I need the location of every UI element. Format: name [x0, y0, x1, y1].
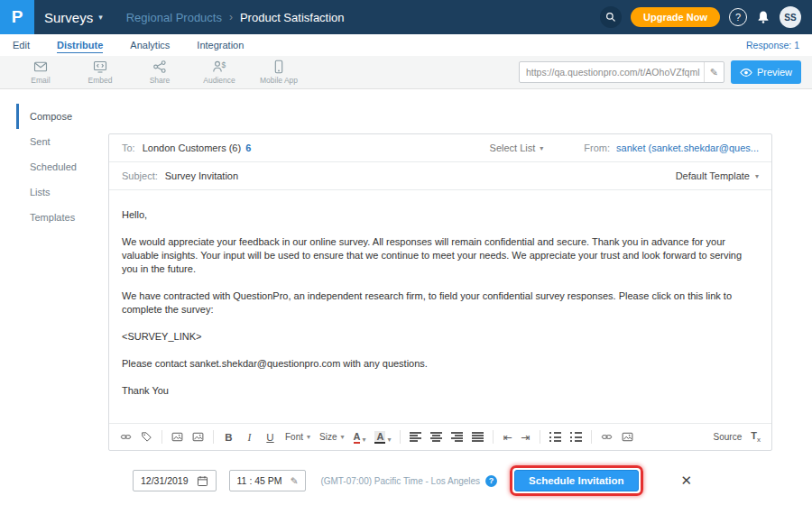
align-justify-icon[interactable]: [472, 432, 484, 442]
preview-label: Preview: [757, 67, 792, 78]
timezone-help-button[interactable]: ?: [485, 475, 497, 487]
share-icon: [152, 60, 167, 74]
hyperlink-icon[interactable]: [601, 430, 613, 445]
eye-icon: [740, 68, 752, 78]
channel-email[interactable]: Email: [11, 60, 70, 85]
size-dropdown-label: Size: [319, 432, 337, 442]
notifications-button[interactable]: [756, 10, 770, 24]
from-label: From:: [584, 142, 610, 153]
search-icon: [605, 12, 616, 23]
background-color-button[interactable]: A ▾: [374, 431, 391, 444]
close-icon[interactable]: ✕: [681, 473, 693, 489]
sidebar-item-compose[interactable]: Compose: [16, 104, 108, 129]
merge-tag-icon[interactable]: [141, 430, 152, 445]
bell-icon: [756, 10, 770, 24]
recipient-count-badge[interactable]: 6: [245, 142, 251, 153]
upgrade-button[interactable]: Upgrade Now: [631, 7, 720, 27]
channel-audience-label: Audience: [203, 76, 235, 85]
avatar[interactable]: SS: [780, 6, 801, 28]
subject-value[interactable]: Survey Invitation: [165, 170, 238, 181]
channel-embed[interactable]: Embed: [70, 60, 130, 85]
response-count[interactable]: Response: 1: [746, 40, 799, 50]
from-group: From: sanket (sanket.shekdar@ques...: [584, 142, 759, 153]
chevron-down-icon: ▾: [387, 436, 391, 444]
select-list-label: Select List: [490, 142, 536, 153]
insert-template-icon[interactable]: [171, 430, 183, 445]
tab-distribute[interactable]: Distribute: [57, 38, 103, 53]
body-paragraph: Hello,: [122, 208, 759, 222]
indent-icon[interactable]: ⇥: [521, 431, 531, 444]
schedule-invitation-button[interactable]: Schedule Invitation: [514, 470, 638, 491]
audience-icon: [212, 60, 226, 74]
from-value[interactable]: sanket (sanket.shekdar@ques...: [616, 142, 759, 153]
sidebar-item-sent[interactable]: Sent: [16, 129, 108, 154]
channel-email-label: Email: [31, 76, 50, 85]
size-dropdown[interactable]: Size ▾: [319, 432, 344, 442]
align-right-icon[interactable]: [451, 432, 463, 442]
search-button[interactable]: [600, 6, 622, 28]
tab-edit[interactable]: Edit: [13, 38, 30, 52]
body-paragraph: We have contracted with QuestionPro, an …: [122, 289, 759, 317]
timezone-group: (GMT-07:00) Pacific Time - Los Angeles ?: [320, 475, 497, 487]
chevron-down-icon: ▾: [98, 13, 103, 22]
body-paragraph: Please contact sanket.shekdar@questionpr…: [122, 357, 759, 371]
insert-media-icon[interactable]: [192, 430, 204, 445]
to-value[interactable]: London Customers (6): [143, 142, 241, 153]
time-value: 11 : 45 PM: [237, 475, 282, 486]
insert-link-icon[interactable]: [120, 430, 132, 445]
channel-mobile-app[interactable]: Mobile App: [249, 60, 309, 85]
ordered-list-icon[interactable]: [549, 432, 561, 442]
font-dropdown[interactable]: Font ▾: [285, 432, 310, 442]
outdent-icon[interactable]: ⇤: [503, 431, 512, 444]
toolbar-divider: [213, 430, 214, 444]
underline-button[interactable]: U: [264, 430, 276, 445]
sidebar-item-templates[interactable]: Templates: [16, 205, 108, 230]
remove-format-x: x: [757, 436, 761, 444]
toolbar-divider: [400, 430, 401, 444]
source-button[interactable]: Source: [714, 432, 743, 442]
text-color-button[interactable]: A ▾: [354, 431, 366, 444]
align-center-icon[interactable]: [430, 432, 442, 442]
breadcrumb-parent[interactable]: Regional Products: [126, 11, 222, 24]
channel-share-label: Share: [150, 76, 171, 85]
channel-share[interactable]: Share: [130, 60, 189, 85]
remove-format-button[interactable]: Tx: [751, 430, 761, 444]
app-header: P Surveys ▾ Regional Products › Product …: [0, 0, 812, 34]
template-dropdown[interactable]: Default Template ▾: [676, 170, 759, 181]
email-icon: [33, 60, 48, 74]
tab-analytics[interactable]: Analytics: [130, 38, 170, 52]
italic-button[interactable]: I: [244, 430, 255, 445]
channel-embed-label: Embed: [88, 76, 113, 85]
bold-button[interactable]: B: [223, 430, 235, 445]
header-actions: Upgrade Now ? SS: [600, 6, 812, 28]
source-button-label: Source: [714, 432, 743, 442]
toolbar-divider: [161, 430, 162, 444]
mobile-app-icon: [272, 60, 286, 74]
date-picker[interactable]: 12/31/2019: [133, 470, 217, 491]
surveys-menu[interactable]: Surveys ▾: [44, 10, 103, 25]
tab-integration[interactable]: Integration: [197, 38, 244, 52]
unordered-list-icon[interactable]: [570, 432, 582, 442]
survey-url-field[interactable]: https://qa.questionpro.com/t/AOhoVZfqml …: [519, 61, 724, 83]
edit-time-icon[interactable]: ✎: [291, 475, 299, 486]
select-list-dropdown[interactable]: Select List ▾: [490, 142, 544, 153]
align-left-icon[interactable]: [410, 432, 421, 442]
image-icon[interactable]: [622, 430, 633, 445]
remove-format-t: T: [751, 430, 757, 441]
compose-main: To: London Customers (6) 6 Select List ▾…: [108, 89, 812, 505]
time-picker[interactable]: 11 : 45 PM ✎: [229, 470, 307, 491]
sidebar-item-scheduled[interactable]: Scheduled: [16, 154, 108, 179]
edit-url-icon[interactable]: ✎: [704, 62, 724, 82]
chevron-down-icon: ▾: [362, 436, 365, 444]
toolbar-divider: [591, 430, 592, 444]
sidebar-item-lists[interactable]: Lists: [16, 179, 108, 205]
survey-url-text: https://qa.questionpro.com/t/AOhoVZfqml: [526, 67, 704, 78]
preview-button[interactable]: Preview: [731, 60, 801, 84]
compose-card: To: London Customers (6) 6 Select List ▾…: [108, 133, 772, 451]
email-body-editor[interactable]: Hello, We would appreciate your feedback…: [109, 190, 771, 423]
channel-audience[interactable]: Audience: [189, 60, 249, 85]
help-button[interactable]: ?: [729, 8, 747, 26]
distribute-toolbar: Email Embed Share Audience Mobile App ht…: [0, 56, 812, 89]
chevron-down-icon: ▾: [540, 144, 543, 152]
channel-mobile-app-label: Mobile App: [260, 76, 298, 85]
